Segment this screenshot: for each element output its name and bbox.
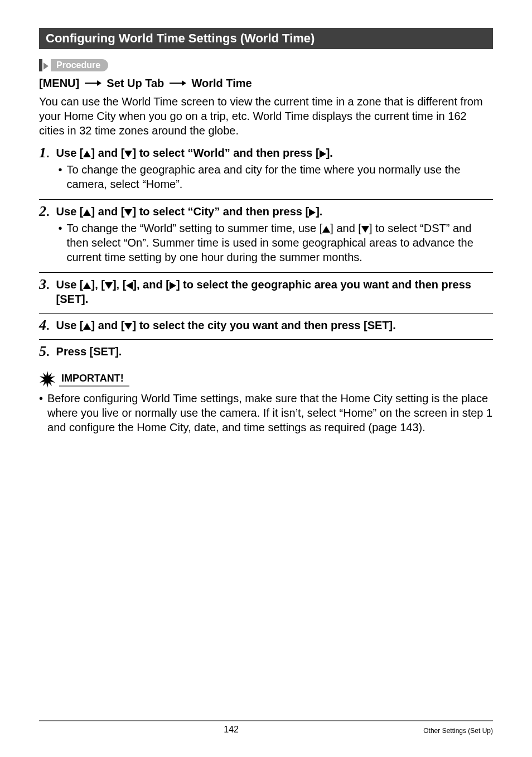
menu-path: [MENU] Set Up Tab World Time (39, 77, 493, 90)
step-2: 2. Use [] and [] to select “City” and th… (39, 199, 493, 268)
step-3: 3. Use [], [], [], and [] to select the … (39, 272, 493, 308)
down-triangle-icon (124, 151, 132, 157)
menu-label: [MENU] (39, 77, 79, 89)
step-title: Use [] and [] to select “World” and then… (56, 146, 493, 160)
step-bullet: • To change the geographic area and city… (59, 162, 493, 191)
down-triangle-icon (124, 323, 132, 330)
step-number: 5. (39, 344, 54, 361)
step-title: Use [] and [] to select the city you wan… (56, 318, 493, 332)
page-number: 142 (39, 725, 423, 735)
procedure-arrow-icon: ▸ (43, 57, 49, 74)
important-label: IMPORTANT! (59, 373, 129, 387)
svg-marker-18 (40, 371, 55, 388)
right-triangle-icon (320, 150, 326, 158)
intro-text: You can use the World Time screen to vie… (39, 94, 493, 138)
up-triangle-icon (322, 226, 330, 233)
svg-marker-15 (170, 282, 176, 290)
step-4: 4. Use [] and [] to select the city you … (39, 313, 493, 335)
procedure-label-row: ▸ Procedure (39, 59, 493, 71)
svg-marker-16 (83, 323, 91, 330)
up-triangle-icon (83, 323, 91, 330)
step-1: 1. Use [] and [] to select “World” and t… (39, 146, 493, 195)
svg-marker-6 (320, 150, 326, 158)
important-row: IMPORTANT! (39, 371, 493, 388)
procedure-bar-icon (39, 59, 42, 71)
svg-marker-5 (124, 151, 132, 157)
right-arrow-icon (170, 76, 186, 89)
step-title: Press [SET]. (56, 344, 493, 359)
up-triangle-icon (83, 209, 91, 216)
svg-marker-13 (105, 282, 113, 289)
svg-marker-14 (126, 282, 133, 290)
svg-marker-1 (97, 80, 101, 86)
bullet-dot-icon: • (59, 221, 62, 264)
up-triangle-icon (83, 282, 91, 289)
down-triangle-icon (361, 226, 369, 233)
svg-marker-9 (309, 209, 316, 216)
page: Configuring World Time Settings (World T… (0, 0, 532, 757)
right-arrow-icon (85, 76, 101, 89)
step-number: 2. (39, 204, 54, 268)
section-header: Configuring World Time Settings (World T… (39, 28, 493, 49)
svg-marker-3 (182, 80, 186, 86)
step-5: 5. Press [SET]. (39, 339, 493, 361)
down-triangle-icon (124, 209, 132, 216)
step-title: Use [], [], [], and [] to select the geo… (56, 277, 493, 306)
svg-marker-4 (83, 151, 91, 157)
up-triangle-icon (83, 151, 91, 157)
setup-tab-label: Set Up Tab (107, 77, 164, 89)
right-triangle-icon (309, 209, 316, 216)
world-time-label: World Time (191, 77, 252, 89)
footer-section: Other Settings (Set Up) (423, 727, 493, 735)
bullet-dot-icon: • (59, 162, 62, 191)
bullet-dot-icon: • (39, 391, 43, 435)
svg-marker-12 (83, 282, 91, 289)
svg-marker-8 (124, 209, 132, 216)
svg-marker-17 (124, 323, 132, 330)
step-title: Use [] and [] to select “City” and then … (56, 204, 493, 219)
procedure-pill: Procedure (51, 59, 108, 71)
svg-marker-10 (322, 226, 330, 233)
step-number: 1. (39, 146, 54, 195)
step-bullet: • To change the “World” setting to summe… (59, 221, 493, 264)
starburst-icon (39, 371, 56, 388)
right-triangle-icon (170, 282, 176, 290)
step-number: 4. (39, 318, 54, 335)
step-number: 3. (39, 277, 54, 308)
left-triangle-icon (126, 282, 133, 290)
down-triangle-icon (105, 282, 113, 289)
svg-marker-7 (83, 209, 91, 216)
important-bullet: • Before configuring World Time settings… (39, 391, 493, 435)
footer: 142 Other Settings (Set Up) (39, 720, 493, 735)
svg-marker-11 (361, 226, 369, 233)
content: Configuring World Time Settings (World T… (39, 28, 493, 698)
